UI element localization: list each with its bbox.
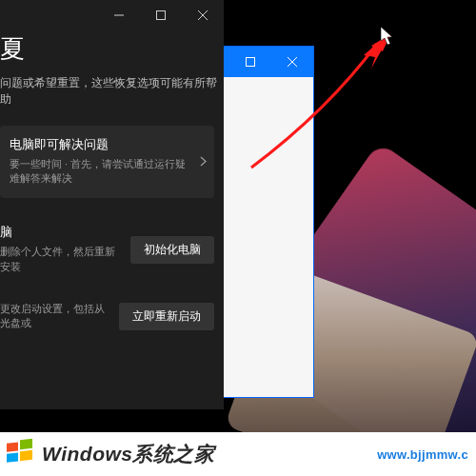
close-icon	[288, 57, 297, 67]
card-title: 电脑即可解决问题	[10, 137, 188, 153]
section-desc: 删除个人文件，然后重新安装	[0, 245, 121, 275]
page-subtitle: 问题或希望重置，这些恢复选项可能有所帮助	[0, 75, 224, 126]
watermark-brand: Windows系统之家	[42, 441, 214, 467]
watermark-url: www.bjjmmw.c	[377, 447, 468, 462]
close-icon	[198, 10, 208, 20]
settings-window: 夏 问题或希望重置，这些恢复选项可能有所帮助 电脑即可解决问题 要一些时间 · …	[0, 0, 224, 409]
watermark-strip: Windows系统之家 www.bjjmmw.c	[0, 432, 476, 476]
svg-rect-11	[7, 442, 18, 451]
maximize-icon	[156, 10, 166, 20]
svg-rect-1	[247, 58, 255, 67]
svg-rect-5	[157, 11, 166, 20]
restart-now-button[interactable]: 立即重新启动	[119, 303, 214, 330]
minimize-icon	[114, 10, 124, 20]
cursor-icon	[381, 27, 394, 46]
close-button[interactable]	[271, 47, 313, 77]
minimize-button[interactable]	[98, 0, 140, 30]
page-title: 夏	[0, 30, 224, 75]
card-desc: 要一些时间 · 首先，请尝试通过运行疑难解答来解决	[10, 157, 188, 188]
svg-rect-12	[20, 439, 32, 449]
maximize-button[interactable]	[140, 0, 182, 30]
darkwin-titlebar	[0, 0, 224, 30]
chevron-right-icon	[200, 153, 207, 170]
mouse-cursor	[381, 27, 394, 46]
svg-marker-10	[381, 27, 392, 45]
svg-rect-13	[7, 452, 18, 462]
advanced-startup-section: 更改启动设置，包括从光盘或 立即重新启动	[0, 302, 214, 332]
windows-logo-icon	[4, 438, 36, 470]
maximize-button[interactable]	[229, 47, 271, 77]
troubleshoot-card[interactable]: 电脑即可解决问题 要一些时间 · 首先，请尝试通过运行疑难解答来解决	[0, 126, 214, 199]
svg-rect-14	[20, 450, 32, 461]
section-desc: 更改启动设置，包括从光盘或	[0, 302, 109, 332]
reset-pc-button[interactable]: 初始化电脑	[130, 236, 214, 264]
reset-pc-section: 脑 删除个人文件，然后重新安装 初始化电脑	[0, 225, 214, 275]
maximize-icon	[246, 57, 255, 67]
section-title: 脑	[0, 225, 121, 241]
close-button[interactable]	[182, 0, 224, 30]
